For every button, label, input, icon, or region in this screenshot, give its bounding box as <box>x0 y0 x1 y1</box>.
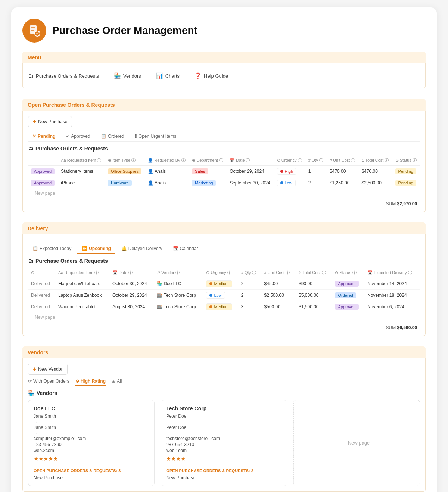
vendor-tech-contact1: Peter Doe <box>166 414 281 419</box>
tab-calendar[interactable]: 📅 Calendar <box>168 244 203 254</box>
delivery-col-unit-cost: # Unit Cost ⓘ <box>261 268 296 278</box>
vendor-tech-email: techstore@techstore1.com <box>166 436 281 441</box>
vendor-tabs: ⟳ With Open Orders ⊙ High Rating ⊞ All <box>28 379 420 386</box>
delivery-col-date: 📅 Date ⓘ <box>109 268 154 278</box>
tab-delayed[interactable]: 🔔 Delayed Delivery <box>117 244 167 254</box>
new-purchase-button[interactable]: + New Purchase <box>28 116 72 127</box>
table-row: Delivered Wacom Pen Tablet August 30, 20… <box>28 301 420 313</box>
table-row: Delivered Laptop Asus Zenbook October 29… <box>28 290 420 301</box>
menu-item-purchase-orders[interactable]: 🗂 Purchase Orders & Requests <box>28 72 99 79</box>
delivery-row-item: Wacom Pen Tablet <box>55 301 109 313</box>
delivery-row-total-cost: $1,500.00 <box>296 301 332 313</box>
tab-approved[interactable]: ✓ Approved <box>61 132 94 141</box>
tab-pending[interactable]: ✕ Pending <box>28 132 60 141</box>
delivery-row-total-cost: $5,000.00 <box>296 290 332 301</box>
urgent-icon: ‼ <box>135 134 137 139</box>
person-icon: 👤 <box>148 169 153 174</box>
row-qty: 2 <box>305 177 327 189</box>
col-item-type: ⊕ Item Type ⓘ <box>105 155 145 166</box>
vendor-doe-stars: ★★★★★ <box>34 455 149 462</box>
delivery-sum-label: SUM <box>386 325 396 330</box>
calendar-icon: 📅 <box>173 246 178 251</box>
vendor-tab-all[interactable]: ⊞ All <box>112 379 122 386</box>
open-purchase-sum-value: $2,970.00 <box>397 201 417 206</box>
delivery-row-expected-delivery: November 6, 2024 <box>364 301 420 313</box>
tab-ordered[interactable]: 📋 Ordered <box>96 132 129 141</box>
vendor-tab-high-rating[interactable]: ⊙ High Rating <box>75 379 106 386</box>
row-requested-by: 👤 Anais <box>145 166 189 177</box>
open-purchase-table-title: 🗂 Purchase Orders & Requests <box>28 146 420 152</box>
tab-approved-label: Approved <box>71 134 90 139</box>
delivery-row-unit-cost: $500.00 <box>261 301 296 313</box>
page-wrapper: Purchase Order Management Menu 🗂 Purchas… <box>11 7 437 492</box>
pending-icon: ✕ <box>32 134 36 139</box>
row-urgency: Low <box>274 177 305 189</box>
vendor-card-tech-store: Tech Store Corp Peter Doe · · Peter Doe … <box>161 400 287 486</box>
delivery-section-header: Delivery <box>22 222 426 234</box>
row-qty: 1 <box>305 166 327 177</box>
delivery-table-title: 🗂 Purchase Orders & Requests <box>28 258 420 264</box>
purchase-orders-icon: 🗂 <box>28 73 34 79</box>
delivery-section-body: 📋 Expected Today ⏩ Upcoming 🔔 Delayed De… <box>22 234 426 336</box>
delivery-row-vendor: 🏬 Tech Store Corp <box>154 290 203 301</box>
open-purchase-tabs: ✕ Pending ✓ Approved 📋 Ordered ‼ Open Ur… <box>28 132 420 142</box>
col-requested-by: 👤 Requested By ⓘ <box>145 155 189 166</box>
delivery-table-icon: 🗂 <box>28 258 33 264</box>
vendor-doe-website: web.2com <box>34 448 149 453</box>
vendors-section: Vendors + New Vendor ⟳ With Open Orders … <box>22 346 426 492</box>
menu-item-charts[interactable]: 📊 Charts <box>156 72 180 79</box>
delivery-col-vendor: ↗ Vendor ⓘ <box>154 268 203 278</box>
tab-open-urgent-label: Open Urgent Items <box>139 134 176 139</box>
row-unit-cost: $470.00 <box>327 166 359 177</box>
table-row: Delivered Magnetic Whiteboard October 30… <box>28 278 420 290</box>
new-purchase-button-label: New Purchase <box>38 119 67 124</box>
delivery-col-total-cost: Σ Total Cost ⓘ <box>296 268 332 278</box>
open-purchase-body: + New Purchase ✕ Pending ✓ Approved 📋 Or… <box>22 111 426 212</box>
vendor-new-page[interactable]: + New page <box>293 400 420 486</box>
tab-open-urgent[interactable]: ‼ Open Urgent Items <box>130 132 181 141</box>
vendor-doe-contact1: Jane Smith <box>34 414 149 419</box>
delivery-row-unit-cost: $45.00 <box>261 278 296 290</box>
delivery-row-date: October 30, 2024 <box>109 278 154 290</box>
delivery-row-urgency: Medium <box>203 278 238 290</box>
new-vendor-button[interactable]: + New Vendor <box>28 364 68 375</box>
menu-item-vendors[interactable]: 🏪 Vendors <box>114 72 141 79</box>
delivery-row-status-badge: Delivered <box>28 301 55 313</box>
delivery-col-status: ⊙ <box>28 268 55 278</box>
vendor-card-doe-llc: Doe LLC Jane Smith · · Jane Smith · · co… <box>28 400 155 486</box>
vendors-table-icon: 🏪 <box>28 390 34 396</box>
delivery-new-page[interactable]: + New page <box>28 312 420 322</box>
open-purchase-section: Open Purchase Orders & Requests + New Pu… <box>22 99 426 212</box>
delivery-table: ⊙ Aa Requested Item ⓘ 📅 Date ⓘ ↗ Vendor … <box>28 268 420 312</box>
delivery-row-total-cost: $90.00 <box>296 278 332 290</box>
row-item-type: Hardware <box>105 177 145 189</box>
vendor-tech-new-purchase[interactable]: New Purchase <box>166 475 281 480</box>
col-qty: # Qty ⓘ <box>305 155 327 166</box>
row-item-type: Office Supplies <box>105 166 145 177</box>
open-purchase-new-page[interactable]: + New page <box>28 189 420 198</box>
delivery-row-vendor: 🏬 Tech Store Corp <box>154 301 203 313</box>
row-item: Stationery Items <box>58 166 105 177</box>
app-title: Purchase Order Management <box>52 25 197 37</box>
menu-item-help[interactable]: ❓ Help Guide <box>195 72 228 79</box>
vendor-tab-open-orders[interactable]: ⟳ With Open Orders <box>28 379 69 386</box>
delivery-row-qty: 3 <box>238 301 261 313</box>
row-status-badge: Approved <box>28 166 58 177</box>
col-status-indicator <box>28 155 58 166</box>
row-unit-cost: $1,250.00 <box>327 177 359 189</box>
tab-expected-today[interactable]: 📋 Expected Today <box>28 244 76 254</box>
charts-icon: 📊 <box>156 72 163 79</box>
vendor-doe-new-purchase[interactable]: New Purchase <box>34 475 149 480</box>
menu-item-vendors-label: Vendors <box>123 73 141 79</box>
ordered-icon: 📋 <box>101 134 106 139</box>
vendor-tab-high-rating-label: High Rating <box>81 379 106 384</box>
open-purchase-sum: SUM $2,970.00 <box>28 198 420 206</box>
delivery-row-date: August 30, 2024 <box>109 301 154 313</box>
vendor-doe-name: Doe LLC <box>34 405 149 411</box>
delivery-row-item: Laptop Asus Zenbook <box>55 290 109 301</box>
vendor-doe-phone: 123-456-7890 <box>34 442 149 447</box>
person-icon: 👤 <box>148 180 153 186</box>
tab-upcoming-label: Upcoming <box>89 246 111 251</box>
table-row: Approved iPhone Hardware 👤 Anais Marketi… <box>28 177 420 189</box>
tab-upcoming[interactable]: ⏩ Upcoming <box>77 244 115 254</box>
